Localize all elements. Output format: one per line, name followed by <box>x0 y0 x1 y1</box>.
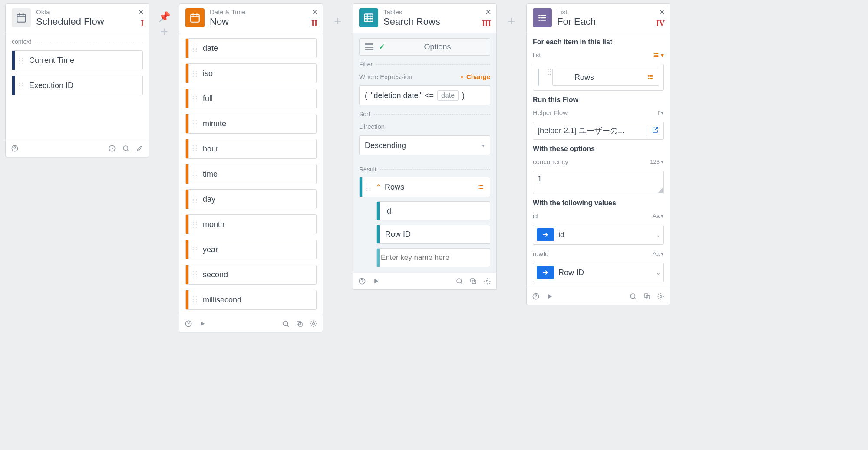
change-link[interactable]: Change <box>460 73 490 80</box>
section-sort-label: Sort <box>359 111 490 118</box>
drag-handle-icon[interactable] <box>189 297 199 302</box>
drag-handle-icon[interactable] <box>363 184 373 190</box>
drag-handle-icon[interactable] <box>189 272 199 277</box>
output-rows[interactable]: ⌃ Rows <box>359 177 490 197</box>
svg-rect-16 <box>558 72 564 77</box>
chevron-up-icon[interactable]: ⌃ <box>373 183 381 191</box>
value-rowid-label: rowId Aa▾ <box>533 250 664 257</box>
output-execution-id[interactable]: Execution ID <box>12 76 143 95</box>
help-icon[interactable] <box>532 292 540 300</box>
drag-handle-icon[interactable] <box>189 121 199 126</box>
step-number: III <box>482 19 491 28</box>
svg-rect-0 <box>17 15 26 22</box>
add-card-icon[interactable]: + <box>508 15 515 28</box>
output-year[interactable]: year <box>185 240 317 259</box>
list-input-slot[interactable]: Rows <box>533 64 664 91</box>
copy-icon[interactable] <box>643 292 651 300</box>
play-icon[interactable] <box>198 320 206 328</box>
output-month[interactable]: month <box>185 214 317 234</box>
drag-handle-icon[interactable] <box>544 69 552 86</box>
chevron-down-icon[interactable]: ⌄ <box>656 231 661 238</box>
search-icon[interactable] <box>122 145 130 152</box>
play-icon[interactable] <box>546 292 554 300</box>
help-icon[interactable] <box>185 320 192 328</box>
helper-flow-ref[interactable]: [helper 2.1] ユーザーの... <box>533 122 664 140</box>
drag-handle-icon[interactable] <box>189 46 199 51</box>
output-day[interactable]: day <box>185 189 317 209</box>
where-expression-box[interactable]: ( "deletion date" <= date ) <box>359 85 490 105</box>
type-number-icon[interactable]: 123▾ <box>650 158 664 165</box>
svg-point-15 <box>486 280 488 282</box>
drag-handle-icon[interactable] <box>189 247 199 252</box>
value-rowid-slot[interactable]: Row ID ⌄ <box>533 263 664 282</box>
drag-handle-icon[interactable] <box>189 96 199 101</box>
drag-handle-icon[interactable] <box>15 58 26 63</box>
help-icon[interactable] <box>11 145 19 152</box>
output-time[interactable]: time <box>185 164 317 184</box>
gear-icon[interactable] <box>483 277 491 285</box>
type-flow-icon[interactable]: ▯▾ <box>658 109 664 116</box>
card-header: Date & Time Now × II <box>179 4 323 33</box>
add-card-icon[interactable]: + <box>160 25 168 38</box>
output-minute[interactable]: minute <box>185 114 317 134</box>
gear-icon[interactable] <box>657 292 665 300</box>
output-full[interactable]: full <box>185 89 317 108</box>
close-icon[interactable]: × <box>138 7 144 17</box>
play-icon[interactable] <box>372 277 380 285</box>
output-rows-rowid[interactable]: Row ID <box>376 225 490 244</box>
output-second[interactable]: second <box>185 265 317 285</box>
card-header: Okta Scheduled Flow × I <box>6 4 149 33</box>
svg-point-21 <box>660 296 662 298</box>
direction-select[interactable]: Descending ▾ <box>359 135 490 155</box>
concurrency-input[interactable]: 1 <box>533 171 664 194</box>
expr-variable-tag[interactable]: date <box>437 90 459 101</box>
card-title: For Each <box>557 16 664 27</box>
type-list-icon[interactable]: ▾ <box>652 52 664 59</box>
copy-icon[interactable] <box>469 277 477 285</box>
drag-handle-icon[interactable] <box>189 222 199 227</box>
output-iso[interactable]: iso <box>185 63 317 83</box>
close-icon[interactable]: × <box>312 7 317 17</box>
drag-handle-icon[interactable] <box>189 71 199 76</box>
card-datetime-now: Date & Time Now × II date iso full minut… <box>179 3 323 332</box>
chevron-down-icon: ▾ <box>482 142 485 148</box>
close-icon[interactable]: × <box>659 7 665 17</box>
type-text-icon[interactable]: Aa▾ <box>653 250 664 257</box>
search-icon[interactable] <box>455 277 463 285</box>
list-type-icon <box>647 73 654 82</box>
drag-handle-icon[interactable] <box>189 197 199 202</box>
search-icon[interactable] <box>629 292 637 300</box>
output-current-time[interactable]: Current Time <box>12 50 143 70</box>
search-icon[interactable] <box>282 320 290 328</box>
close-icon[interactable]: × <box>485 7 491 17</box>
card-category: List <box>557 8 664 16</box>
copy-icon[interactable] <box>296 320 304 328</box>
open-flow-icon[interactable] <box>647 126 659 136</box>
type-text-icon[interactable]: Aa▾ <box>653 213 664 219</box>
step-number: II <box>311 19 317 28</box>
drag-handle-icon[interactable] <box>189 146 199 151</box>
output-rows-id[interactable]: id <box>376 201 490 220</box>
options-button[interactable]: ✓ Options <box>359 38 490 56</box>
card-list-foreach: List For Each × IV For each item in this… <box>526 3 670 305</box>
help-icon[interactable] <box>358 277 366 285</box>
svg-point-18 <box>630 294 635 299</box>
list-icon <box>533 8 552 27</box>
drag-handle-icon[interactable] <box>15 83 26 88</box>
add-key-input[interactable] <box>376 248 490 267</box>
list-type-icon[interactable] <box>477 184 485 190</box>
connector: + <box>503 3 520 28</box>
add-card-icon[interactable]: + <box>334 15 342 28</box>
clock-icon[interactable] <box>108 145 116 152</box>
output-millisecond[interactable]: millisecond <box>185 290 317 310</box>
key-name-input[interactable] <box>380 253 490 263</box>
drag-handle-icon[interactable] <box>189 171 199 177</box>
output-date[interactable]: date <box>185 38 317 58</box>
edit-icon[interactable] <box>136 145 144 152</box>
chevron-down-icon[interactable]: ⌄ <box>656 269 661 276</box>
value-id-slot[interactable]: id ⌄ <box>533 225 664 245</box>
pin-icon[interactable]: 📌 <box>158 11 170 23</box>
section-values-header: With the following values <box>533 199 664 207</box>
gear-icon[interactable] <box>310 320 317 328</box>
output-hour[interactable]: hour <box>185 139 317 159</box>
